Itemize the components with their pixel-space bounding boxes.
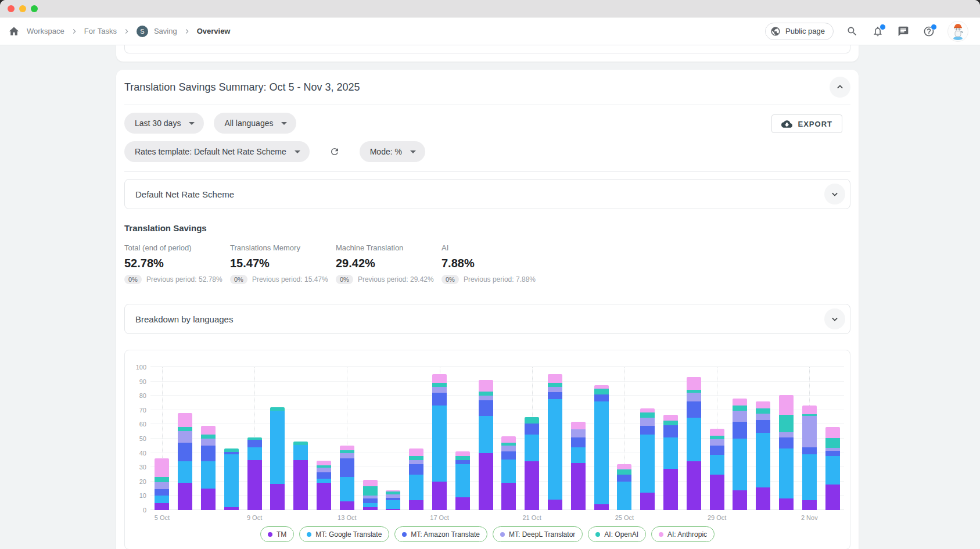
bar-segment: [409, 448, 423, 455]
notifications-bell-icon[interactable]: [871, 24, 885, 38]
bar-segment: [363, 480, 378, 486]
bar-segment: [501, 436, 516, 443]
stacked-bar-7-oct: [201, 426, 216, 510]
mode-dropdown[interactable]: Mode: %: [360, 141, 425, 162]
bar-segment: [640, 412, 655, 418]
bar-slot: [405, 367, 428, 510]
bar-segment: [825, 485, 840, 510]
bar-segment: [525, 424, 539, 434]
stat-machine-translation: Machine Translation 29.42% 0%Previous pe…: [336, 243, 441, 284]
bar-segment: [663, 437, 678, 469]
bar-segment: [687, 461, 701, 510]
legend-color-dot: [307, 532, 311, 537]
stat-label: AI: [441, 243, 547, 252]
bar-slot: [289, 367, 313, 510]
bar-segment: [479, 396, 493, 400]
chat-icon[interactable]: [896, 24, 910, 38]
delta-badge: 0%: [124, 275, 142, 284]
public-page-button[interactable]: Public page: [765, 23, 834, 40]
bar-segment: [802, 454, 817, 500]
bar-segment: [155, 496, 169, 503]
bar-segment: [756, 414, 770, 420]
expand-rate-scheme-button[interactable]: [824, 184, 845, 204]
bar-segment: [640, 435, 655, 493]
bar-segment: [779, 415, 794, 432]
bar-segment: [594, 389, 609, 394]
filters-row-2: Rates template: Default Net Rate Scheme …: [124, 141, 850, 162]
bar-slot: [752, 367, 775, 510]
bar-segment: [501, 483, 516, 510]
bar-segment: [201, 461, 216, 489]
chevron-right-icon: [123, 27, 131, 35]
expand-breakdown-button[interactable]: [824, 308, 845, 329]
breadcrumb-saving[interactable]: Saving: [154, 27, 177, 35]
minimize-window-button[interactable]: [19, 5, 26, 12]
export-label: EXPORT: [798, 120, 832, 128]
bar-segment: [455, 497, 470, 510]
x-axis-tick-label: 9 Oct: [247, 514, 262, 521]
bar-segment: [756, 433, 770, 487]
scrolled-box-edge: [124, 45, 850, 53]
zoom-window-button[interactable]: [31, 5, 38, 12]
legend-item-ai-openai[interactable]: AI: OpenAI: [588, 526, 646, 542]
legend-color-dot: [595, 532, 600, 537]
breadcrumb: Workspace For Tasks S Saving Overview: [7, 24, 230, 38]
bar-segment: [594, 504, 609, 510]
bar-slot: [428, 367, 451, 510]
chevron-down-icon: [410, 150, 416, 153]
legend-label: TM: [277, 530, 286, 539]
bar-segment: [340, 453, 354, 459]
legend-item-tm[interactable]: TM: [260, 526, 294, 542]
chevron-up-icon: [834, 81, 846, 93]
bar-slot: [174, 367, 197, 510]
bar-segment: [594, 394, 609, 401]
date-range-dropdown[interactable]: Last 30 days: [124, 113, 204, 134]
home-icon[interactable]: [7, 24, 21, 38]
stacked-bar-24-oct: [594, 385, 609, 510]
legend-item-ai-anthropic[interactable]: AI: Anthropic: [651, 526, 715, 542]
chevron-right-icon: [183, 27, 191, 35]
bar-segment: [663, 421, 678, 425]
legend-item-mt-amazon-translate[interactable]: MT: Amazon Translate: [394, 526, 487, 542]
globe-icon: [770, 26, 781, 37]
stat-value: 52.78%: [124, 257, 230, 270]
cloud-download-icon: [781, 119, 792, 130]
legend-item-mt-google-translate[interactable]: MT: Google Translate: [299, 526, 389, 542]
rate-scheme-label: Default Net Rate Scheme: [135, 189, 234, 199]
collapse-section-button[interactable]: [830, 77, 850, 98]
rates-template-dropdown[interactable]: Rates template: Default Net Rate Scheme: [124, 141, 310, 162]
search-icon[interactable]: [845, 24, 859, 38]
bar-segment: [802, 406, 817, 414]
bar-segment: [432, 406, 447, 481]
chevron-down-icon: [295, 150, 300, 153]
stacked-bar-10-oct: [270, 407, 285, 510]
bar-segment: [501, 460, 516, 483]
previous-period-text: Previous period: 52.78%: [146, 275, 222, 284]
bar-segment: [571, 437, 586, 447]
bar-segment: [479, 453, 493, 510]
close-window-button[interactable]: [8, 5, 15, 12]
bar-segment: [432, 393, 447, 406]
y-axis-tick-label: 30: [129, 464, 146, 471]
bar-segment: [617, 475, 631, 482]
refresh-icon[interactable]: [326, 143, 343, 160]
user-avatar[interactable]: [947, 21, 968, 42]
y-axis-tick-label: 100: [129, 364, 146, 371]
legend-label: MT: Google Translate: [315, 530, 382, 539]
breadcrumb-workspace[interactable]: Workspace: [27, 27, 64, 35]
bar-slot: [335, 367, 358, 510]
bar-segment: [455, 451, 470, 455]
export-button[interactable]: EXPORT: [771, 114, 842, 133]
savings-chart-box: 01020304050607080901005 Oct9 Oct13 Oct17…: [124, 350, 850, 549]
bar-segment: [640, 418, 655, 426]
breadcrumb-for-tasks[interactable]: For Tasks: [84, 27, 117, 35]
stacked-bar-28-oct: [687, 377, 701, 510]
app-header: Workspace For Tasks S Saving Overview Pu…: [0, 17, 980, 45]
bar-segment: [409, 456, 423, 460]
help-icon[interactable]: [922, 24, 936, 38]
savings-stats-row: Total (end of period) 52.78% 0%Previous …: [124, 243, 850, 284]
languages-dropdown[interactable]: All languages: [214, 113, 296, 134]
bar-slot: [566, 367, 590, 510]
legend-item-mt-deepl-translator[interactable]: MT: DeepL Translator: [493, 526, 583, 542]
bar-slot: [382, 367, 405, 510]
